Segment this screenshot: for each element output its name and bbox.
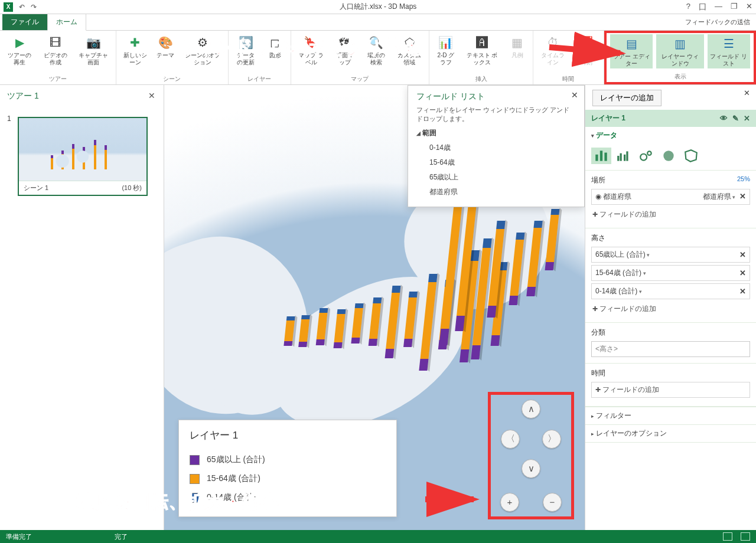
themes-button[interactable]: 🎨テーマ (154, 33, 177, 60)
height-field-row[interactable]: 15-64歳 (合計)✕ (591, 265, 750, 281)
create-video-button[interactable]: 🎞ビデオの作成 (40, 33, 72, 67)
shapes-button[interactable]: ◻図形 (263, 33, 287, 60)
field-list-close-button[interactable]: ✕ (571, 90, 578, 100)
2d-chart-button[interactable]: 📊2-D グラフ (433, 33, 458, 67)
status-view-icon[interactable] (723, 532, 732, 541)
group-label-time: 時間 (562, 74, 574, 83)
filter-section-header[interactable]: フィルター (585, 407, 756, 424)
clustered-column-type[interactable] (614, 148, 634, 164)
map-legend[interactable]: レイヤー 1 65歳以上 (合計) 15-64歳 (合計) 0-14歳 (合計) (178, 420, 397, 517)
ribbon-group-time: ⏱タイムライン 📅日付と時刻 時間 (533, 31, 604, 84)
rotate-right-button[interactable]: 〉 (542, 430, 561, 449)
minimize-button[interactable]: — (715, 2, 722, 12)
group-label-insert: 挿入 (475, 74, 487, 83)
remove-field-button[interactable]: ✕ (739, 192, 746, 201)
layer-delete-icon[interactable]: ✕ (744, 114, 750, 123)
heatmap-type[interactable] (659, 148, 679, 164)
help-button[interactable]: ? (686, 2, 690, 12)
svg-rect-5 (624, 155, 625, 161)
tilt-down-button[interactable]: ∨ (522, 459, 540, 478)
ribbon-options-button[interactable]: 囗 (699, 2, 706, 12)
field-item[interactable]: 65歳以上 (429, 170, 576, 185)
height-section: 高さ 65歳以上 (合計)✕ 15-64歳 (合計)✕ 0-14歳 (合計)✕ … (585, 228, 756, 323)
height-field-row[interactable]: 65歳以上 (合計)✕ (591, 247, 750, 263)
add-location-field[interactable]: フィールドの追加 (591, 207, 750, 222)
ribbon: ▶ツアーの再生 🎞ビデオの作成 📷キャプチャ画面 ツアー ✚新しいシーン 🎨テー… (0, 31, 756, 85)
tour-editor-toggle[interactable]: ▤ツアー エディター (610, 34, 653, 68)
geo-type-dropdown[interactable]: 都道府県 (703, 192, 736, 201)
timeline-button[interactable]: ⏱タイムライン (537, 33, 569, 67)
legend-swatch (190, 474, 200, 484)
refresh-data-button[interactable]: 🔄データの更新 (232, 33, 260, 67)
status-done: 完了 (115, 532, 128, 541)
capture-screen-button[interactable]: 📷キャプチャ画面 (75, 33, 112, 67)
scene-options-button[interactable]: ⚙シーンのオプション (181, 33, 224, 67)
layer-header[interactable]: レイヤー 1 👁 ✎ ✕ (585, 110, 756, 127)
refresh-icon: 🔄 (236, 34, 255, 51)
remove-field-button[interactable]: ✕ (739, 287, 746, 296)
layer-options-section-header[interactable]: レイヤーのオプション (585, 425, 756, 442)
time-field-placeholder[interactable]: フィールドの追加 (591, 382, 750, 398)
tilt-up-button[interactable]: ∧ (522, 400, 540, 418)
datetime-button[interactable]: 📅日付と時刻 (572, 33, 600, 67)
remove-field-button[interactable]: ✕ (739, 250, 746, 259)
layer-rename-icon[interactable]: ✎ (732, 114, 739, 123)
status-fullscreen-icon[interactable] (741, 532, 750, 541)
find-location-button[interactable]: 🔍場所の検索 (363, 33, 390, 67)
location-section: 場所25% ◉ 都道府県 都道府県 ✕ フィールドの追加 (585, 171, 756, 228)
category-dropdown[interactable]: <高さ> (591, 341, 750, 357)
ribbon-group-map: 🔖マップ ラベル 🗺平面マップ 🔍場所の検索 ⬠カスタム領域 マップ (291, 31, 430, 84)
geocode-percent[interactable]: 25% (737, 175, 750, 182)
group-label-layer: レイヤー (247, 74, 271, 83)
map-navigation-controls: ∧ 〈 〉 ∨ + − (488, 392, 574, 519)
tour-editor-pane: ツアー 1 ✕ 1 シーン 1 (10 秒) (0, 85, 164, 530)
field-item[interactable]: 都道府県 (429, 185, 576, 199)
field-list-root[interactable]: 範囲 (416, 128, 576, 138)
map-canvas[interactable]: フィールド リスト ✕ フィールドをレイヤー ウィンドウにドラッグ アンド ドロ… (164, 85, 585, 530)
layer-window-toggle[interactable]: ▥レイヤー ウィンドウ (656, 34, 703, 68)
new-scene-button[interactable]: ✚新しいシーン (120, 33, 151, 67)
field-list-popup: フィールド リスト ✕ フィールドをレイヤー ウィンドウにドラッグ アンド ドロ… (408, 85, 585, 207)
scene-index: 1 (7, 115, 11, 123)
window-title: 人口統計.xlsx - 3D Maps (340, 2, 417, 12)
layer-visibility-icon[interactable]: 👁 (720, 114, 728, 123)
search-icon: 🔍 (367, 34, 386, 51)
data-section-header[interactable]: データ (585, 127, 756, 144)
field-item[interactable]: 15-64歳 (429, 155, 576, 170)
legend-button[interactable]: ▦凡例 (506, 33, 529, 60)
field-list-items: 0-14歳 15-64歳 65歳以上 都道府県 (429, 140, 576, 199)
legend-title: レイヤー 1 (190, 428, 386, 442)
tour-title: ツアー 1 (7, 91, 157, 102)
stacked-column-type[interactable] (591, 148, 611, 164)
svg-rect-0 (595, 155, 598, 161)
tour-pane-close-button[interactable]: ✕ (148, 91, 155, 100)
location-field-row[interactable]: ◉ 都道府県 都道府県 ✕ (591, 189, 750, 205)
bubble-type[interactable] (636, 148, 656, 164)
add-height-field[interactable]: フィールドの追加 (591, 302, 750, 316)
scene-thumbnail[interactable]: シーン 1 (10 秒) (18, 117, 148, 196)
field-list-toggle[interactable]: ☰フィールド リスト (708, 34, 750, 68)
textbox-button[interactable]: 🅰テキスト ボックス (462, 33, 501, 67)
field-item[interactable]: 0-14歳 (429, 140, 576, 155)
play-tour-button[interactable]: ▶ツアーの再生 (4, 33, 36, 67)
close-button[interactable]: ✕ (746, 2, 752, 12)
undo-button[interactable]: ↶ (19, 3, 25, 11)
tab-file[interactable]: ファイル (2, 14, 47, 30)
rotate-left-button[interactable]: 〈 (501, 430, 520, 449)
main-area: ツアー 1 ✕ 1 シーン 1 (10 秒) (0, 85, 756, 530)
redo-button[interactable]: ↷ (31, 3, 37, 11)
remove-field-button[interactable]: ✕ (739, 269, 746, 277)
height-field-row[interactable]: 0-14歳 (合計)✕ (591, 283, 750, 299)
add-layer-button[interactable]: レイヤーの追加 (592, 90, 662, 106)
region-type[interactable] (681, 148, 701, 164)
map-labels-button[interactable]: 🔖マップ ラベル (295, 33, 328, 67)
feedback-link[interactable]: フィードバックの送信 (685, 18, 750, 27)
svg-point-8 (647, 151, 651, 155)
zoom-in-button[interactable]: + (500, 493, 519, 512)
flat-map-button[interactable]: 🗺平面マップ (331, 33, 359, 67)
tab-home[interactable]: ホーム (47, 14, 86, 31)
layer-pane-close-button[interactable]: ✕ (744, 89, 750, 97)
restore-button[interactable]: ❐ (731, 2, 738, 12)
custom-region-button[interactable]: ⬠カスタム領域 (393, 33, 425, 67)
zoom-out-button[interactable]: − (543, 493, 562, 512)
